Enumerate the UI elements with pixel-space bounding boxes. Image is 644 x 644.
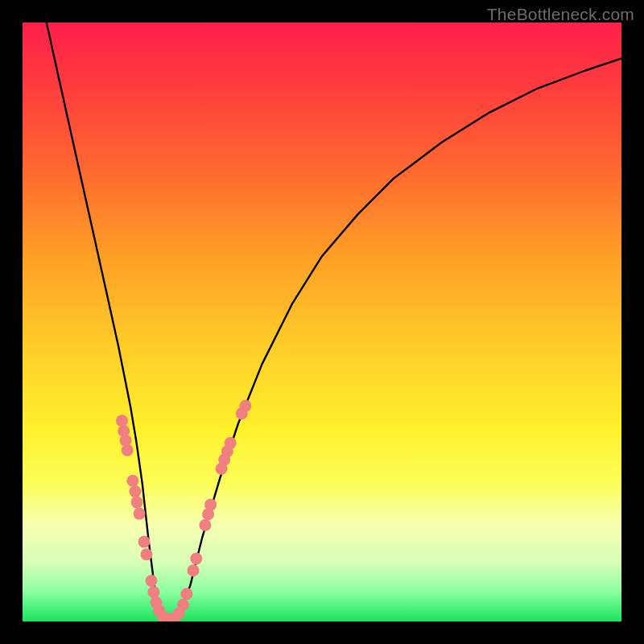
plot-area <box>23 23 621 621</box>
highlight-dot <box>204 498 217 510</box>
highlight-dot <box>177 599 189 611</box>
outer-frame: TheBottleneck.com <box>0 0 644 644</box>
highlight-dot <box>141 548 153 560</box>
chart-svg <box>23 23 621 621</box>
highlight-dot <box>188 564 200 576</box>
highlight-dot <box>239 400 251 412</box>
highlight-dot <box>116 415 128 427</box>
highlight-dot <box>134 508 146 520</box>
highlight-dot <box>129 485 141 497</box>
highlight-dot <box>190 552 202 564</box>
highlight-dot <box>199 519 211 531</box>
curve-layer <box>47 23 621 621</box>
watermark-text: TheBottleneck.com <box>487 5 634 24</box>
highlight-dot <box>180 588 192 600</box>
highlight-dot <box>146 575 158 587</box>
highlight-dot <box>131 496 143 508</box>
bottleneck-curve-path <box>47 23 621 621</box>
highlight-dot <box>138 536 151 548</box>
highlight-dot <box>147 586 159 598</box>
highlight-dot <box>122 444 134 456</box>
highlight-dot <box>126 475 138 487</box>
marker-layer <box>116 400 251 621</box>
highlight-dot <box>225 437 237 449</box>
